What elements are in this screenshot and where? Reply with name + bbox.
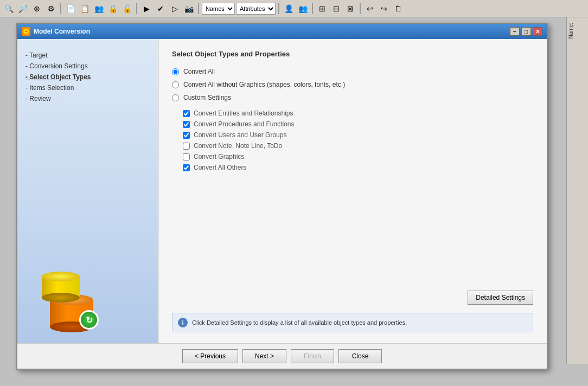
chk-procedures-label: Convert Procedures and Functions	[194, 120, 294, 128]
workspace: Model Conversion − □ ✕ - Target - Conver…	[0, 17, 588, 386]
radio-convert-without-graphics-input[interactable]	[172, 81, 179, 88]
toolbar-btn-19[interactable]: ↩	[363, 2, 376, 15]
nav-item-target[interactable]: - Target	[25, 50, 150, 61]
nav-item-select-object-types[interactable]: - Select Object Types	[25, 72, 150, 82]
info-bar: i Click Detailed Settings to display a l…	[172, 313, 533, 332]
toolbar-btn-5[interactable]: 📄	[64, 2, 77, 15]
dialog-title-text: Model Conversion	[34, 28, 90, 35]
chk-others-input[interactable]	[183, 164, 190, 171]
radio-convert-all-input[interactable]	[172, 68, 179, 75]
toolbar-btn-9[interactable]: 🔓	[120, 2, 133, 15]
chk-others-label: Convert All Others	[194, 164, 246, 171]
toolbar-btn-10[interactable]: ▶	[140, 2, 153, 15]
toolbar-btn-7[interactable]: 👥	[92, 2, 105, 15]
toolbar-sep-2	[136, 3, 137, 14]
dialog-title-area: Model Conversion	[22, 27, 90, 36]
toolbar-btn-1[interactable]: 🔍	[2, 2, 15, 15]
panel-title: Select Object Types and Properties	[172, 50, 533, 58]
toolbar: 🔍 🔎 ⊕ ⚙ 📄 📋 👥 🔒 🔓 ▶ ✔ ▷ 📷 Names Attribut…	[0, 0, 588, 17]
chk-graphics-label: Convert Graphics	[194, 153, 244, 160]
left-nav-panel: - Target - Conversion Settings - Select …	[17, 39, 158, 343]
checkbox-section: Convert Entities and Relationships Conve…	[183, 110, 533, 171]
nav-item-items-selection[interactable]: - Items Selection	[25, 82, 150, 93]
attributes-combo[interactable]: Attributes	[236, 3, 276, 15]
toolbar-btn-14[interactable]: 👤	[282, 2, 295, 15]
previous-button[interactable]: < Previous	[182, 349, 238, 363]
radio-convert-all-label: Convert All	[183, 68, 215, 75]
toolbar-btn-20[interactable]: ↪	[378, 2, 391, 15]
chk-users-input[interactable]	[183, 132, 190, 139]
minimize-button[interactable]: −	[510, 27, 520, 36]
db-stack-icon: ↻	[39, 278, 104, 332]
badge-arrow-icon: ↻	[79, 310, 99, 330]
chk-graphics-item[interactable]: Convert Graphics	[183, 153, 533, 160]
radio-group: Convert All Convert All without Graphics…	[172, 68, 533, 101]
radio-convert-all-without-graphics[interactable]: Convert All without Graphics (shapes, co…	[172, 81, 533, 88]
chk-entities-item[interactable]: Convert Entities and Relationships	[183, 110, 533, 117]
toolbar-btn-3[interactable]: ⊕	[30, 2, 43, 15]
toolbar-btn-18[interactable]: ⊠	[344, 2, 357, 15]
toolbar-btn-13[interactable]: 📷	[182, 2, 195, 15]
cyl-top-base	[42, 293, 80, 303]
toolbar-sep-4	[278, 3, 279, 14]
toolbar-btn-11[interactable]: ✔	[154, 2, 167, 15]
side-name-label: Name:	[568, 23, 587, 38]
chk-notes-item[interactable]: Convert Note, Note Line, ToDo	[183, 142, 533, 150]
toolbar-sep-3	[198, 3, 199, 14]
chk-graphics-input[interactable]	[183, 153, 190, 160]
illustration: ↻	[28, 267, 115, 332]
right-side-panel: Name:	[566, 17, 588, 364]
radio-convert-all[interactable]: Convert All	[172, 68, 533, 75]
right-content-panel: Select Object Types and Properties Conve…	[158, 39, 547, 343]
model-conversion-dialog: Model Conversion − □ ✕ - Target - Conver…	[16, 23, 548, 370]
names-combo[interactable]: Names	[202, 3, 235, 15]
info-icon: i	[178, 318, 188, 327]
toolbar-btn-17[interactable]: ⊟	[330, 2, 343, 15]
radio-custom-settings[interactable]: Custom Settings	[172, 94, 533, 101]
chk-entities-input[interactable]	[183, 110, 190, 117]
cyl-top-top	[42, 272, 80, 281]
maximize-button[interactable]: □	[521, 27, 531, 36]
radio-custom-settings-label: Custom Settings	[183, 94, 231, 101]
finish-button[interactable]: Finish	[291, 349, 334, 363]
toolbar-btn-21[interactable]: 🗒	[392, 2, 405, 15]
toolbar-sep-6	[360, 3, 361, 14]
nav-item-conversion-settings[interactable]: - Conversion Settings	[25, 61, 150, 72]
dialog-body: - Target - Conversion Settings - Select …	[17, 39, 547, 343]
nav-item-review[interactable]: - Review	[25, 93, 150, 104]
toolbar-btn-12[interactable]: ▷	[168, 2, 181, 15]
chk-notes-label: Convert Note, Note Line, ToDo	[194, 142, 282, 150]
toolbar-sep-5	[312, 3, 313, 14]
toolbar-btn-8[interactable]: 🔒	[106, 2, 119, 15]
close-button[interactable]: ✕	[533, 27, 542, 36]
dialog-icon	[22, 27, 30, 36]
toolbar-btn-2[interactable]: 🔎	[16, 2, 29, 15]
toolbar-sep-1	[60, 3, 61, 14]
dialog-footer: < Previous Next > Finish Close	[17, 343, 547, 369]
toolbar-btn-6[interactable]: 📋	[78, 2, 91, 15]
dialog-titlebar: Model Conversion − □ ✕	[17, 24, 547, 39]
dialog-title-buttons: − □ ✕	[510, 27, 542, 36]
chk-entities-label: Convert Entities and Relationships	[194, 110, 293, 117]
detailed-settings-button[interactable]: Detailed Settings	[468, 291, 533, 305]
chk-notes-input[interactable]	[183, 143, 190, 150]
chk-procedures-item[interactable]: Convert Procedures and Functions	[183, 120, 533, 128]
close-dialog-button[interactable]: Close	[338, 349, 382, 363]
toolbar-btn-15[interactable]: 👥	[296, 2, 309, 15]
toolbar-btn-16[interactable]: ⊞	[316, 2, 329, 15]
chk-procedures-input[interactable]	[183, 121, 190, 128]
next-button[interactable]: Next >	[242, 349, 286, 363]
chk-users-label: Convert Users and User Groups	[194, 131, 286, 139]
toolbar-btn-4[interactable]: ⚙	[44, 2, 57, 15]
radio-custom-settings-input[interactable]	[172, 94, 179, 101]
radio-convert-without-graphics-label: Convert All without Graphics (shapes, co…	[183, 81, 345, 88]
info-text: Click Detailed Settings to display a lis…	[192, 319, 407, 326]
chk-others-item[interactable]: Convert All Others	[183, 164, 533, 171]
chk-users-item[interactable]: Convert Users and User Groups	[183, 131, 533, 139]
